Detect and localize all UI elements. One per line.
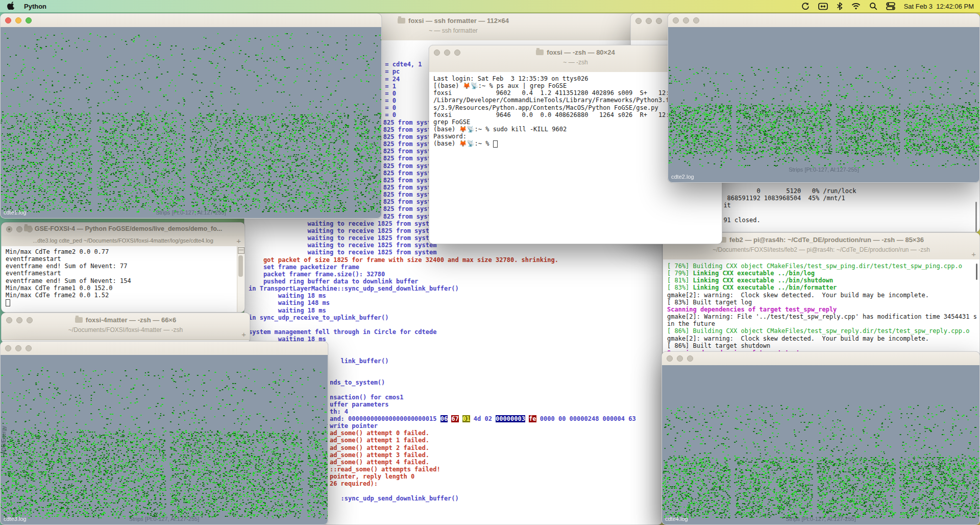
window-titlebar[interactable]	[662, 352, 979, 366]
close-button[interactable]	[5, 17, 11, 23]
sync-icon[interactable]	[801, 2, 810, 11]
strips-axis-label: Strips [Pt:0-127, Al:127-255]	[789, 166, 859, 173]
window-titlebar[interactable]	[1, 342, 328, 355]
control-center-icon[interactable]	[886, 2, 895, 10]
traffic-lights	[6, 317, 33, 323]
plot-filename-label: cdte2.log	[671, 174, 694, 180]
window-plot-cdte2[interactable]: cdte2.log Strips [Pt:0-127, Al:127-255]	[668, 13, 980, 183]
folder-icon	[398, 18, 405, 23]
close-button[interactable]	[5, 345, 11, 351]
zoom-button[interactable]	[27, 317, 33, 323]
apple-menu[interactable]	[7, 1, 15, 12]
plot-area[interactable]: cdte4.log Strips [Pt:0-127, Al:127-255]	[662, 365, 979, 524]
window-subtitle: ~/Documents/FOXSI/tests/feb2 — pi@ras4h:…	[663, 244, 979, 253]
traffic-lights	[635, 18, 662, 24]
display-icon[interactable]	[818, 3, 828, 10]
menu-bar: Python Sat Feb 3 12:42:06 PM	[0, 0, 980, 12]
add-tab-button[interactable]: +	[241, 330, 246, 338]
minimize-button[interactable]	[15, 345, 21, 351]
window-plot-cdte4[interactable]: cdte4.log Strips [Pt:0-127, Al:127-255]	[662, 351, 980, 525]
folder-icon	[24, 226, 32, 231]
plot-filename-label: cdte3.log	[4, 516, 27, 522]
zoom-button[interactable]	[454, 50, 460, 56]
minimize-button[interactable]	[16, 226, 22, 232]
zoom-button[interactable]	[687, 355, 693, 362]
scrollbar[interactable]	[237, 246, 244, 312]
window-title: foxsi-4matter — -zsh — 66×6	[2, 313, 250, 324]
zoom-button[interactable]	[26, 345, 32, 351]
close-button[interactable]	[6, 226, 12, 232]
window-titlebar[interactable]: GSE-FOXSI-4 — Python FoGSE/demos/live_de…	[2, 223, 244, 236]
close-button[interactable]	[635, 18, 642, 24]
scrollbar-thumb[interactable]	[238, 255, 243, 277]
close-button[interactable]	[6, 317, 12, 323]
plot-filename-label: cdte1.log	[4, 209, 27, 216]
minimize-button[interactable]	[444, 50, 450, 56]
window-foxsi-4matter-zsh[interactable]: foxsi-4matter — -zsh — 66×6 ~/Documents/…	[1, 313, 250, 343]
minimize-button[interactable]	[16, 317, 22, 323]
terminal-output[interactable]: Min/max CdTe frame2 0.0 0.77eventframest…	[2, 246, 237, 312]
window-gse-foxsi-4[interactable]: GSE-FOXSI-4 — Python FoGSE/demos/live_de…	[1, 222, 245, 313]
strips-axis-label: Strips [Pt:0-127, Al:127-255]	[129, 516, 200, 522]
traffic-lights	[5, 345, 32, 351]
tab-bar[interactable]: ...dte3.log cdte_ped ~/Documents/FOXSI/f…	[2, 236, 244, 247]
wifi-icon[interactable]	[851, 3, 861, 10]
y-axis-label: ADC/Energy	[1, 426, 7, 455]
window-plot-cdte3[interactable]: ADC/Energy cdte3.log Strips [Pt:0-127, A…	[0, 341, 328, 525]
spotlight-icon[interactable]	[869, 2, 877, 10]
close-button[interactable]	[667, 355, 673, 362]
scrollbar-thumb[interactable]	[975, 202, 977, 232]
window-title: GSE-FOXSI-4 — Python FoGSE/demos/live_de…	[2, 223, 244, 232]
window-plot-cdte1[interactable]: cdte1.log Strips [Pt:0-127, Al:127-255]	[0, 13, 382, 219]
traffic-lights	[434, 50, 460, 56]
traffic-lights	[673, 17, 699, 23]
zoom-button[interactable]	[693, 17, 699, 23]
folder-icon	[75, 317, 83, 323]
plot-area[interactable]: ADC/Energy cdte3.log Strips [Pt:0-127, A…	[1, 355, 328, 524]
traffic-lights	[5, 17, 32, 23]
scatter-canvas-cdte3[interactable]	[1, 355, 328, 524]
minimize-button[interactable]	[646, 18, 652, 24]
scatter-canvas-cdte1[interactable]	[1, 27, 381, 218]
window-titlebar[interactable]	[668, 14, 979, 28]
close-button[interactable]	[434, 50, 440, 56]
scatter-canvas-cdte2[interactable]	[668, 27, 979, 182]
add-tab-button[interactable]: +	[236, 237, 241, 245]
window-titlebar[interactable]: foxsi-4matter — -zsh — 66×6 ~/Documents/…	[2, 313, 250, 340]
apple-logo-icon	[7, 1, 15, 10]
add-tab-button[interactable]: +	[971, 250, 976, 258]
close-button[interactable]	[673, 17, 679, 23]
zoom-button[interactable]	[26, 17, 32, 23]
scrollbar-grid-button[interactable]	[238, 247, 244, 254]
minimize-button[interactable]	[683, 17, 689, 23]
scrollbar-thumb[interactable]	[976, 264, 977, 280]
traffic-lights	[667, 355, 693, 362]
menu-clock[interactable]: Sat Feb 3 12:42:06 PM	[904, 3, 974, 10]
folder-icon	[536, 50, 544, 55]
strips-axis-label: Strips [Pt:0-127, Al:127-255]	[156, 209, 226, 216]
zoom-button[interactable]	[656, 18, 662, 24]
window-titlebar[interactable]	[1, 14, 381, 28]
plot-area[interactable]: cdte2.log Strips [Pt:0-127, Al:127-255]	[668, 27, 979, 182]
bluetooth-icon[interactable]	[837, 2, 843, 10]
minimize-button[interactable]	[15, 17, 21, 23]
plot-filename-label: cdte4.log	[665, 516, 688, 522]
minimize-button[interactable]	[677, 355, 683, 362]
window-subtitle: ~/Documents/FOXSI/foxsi-4matter — -zsh	[2, 324, 250, 333]
menu-app-name[interactable]: Python	[24, 3, 46, 10]
plot-area[interactable]: cdte1.log Strips [Pt:0-127, Al:127-255]	[1, 27, 381, 218]
strips-axis-label: Strips [Pt:0-127, Al:127-255]	[786, 516, 856, 522]
scatter-canvas-cdte4[interactable]	[662, 365, 979, 524]
